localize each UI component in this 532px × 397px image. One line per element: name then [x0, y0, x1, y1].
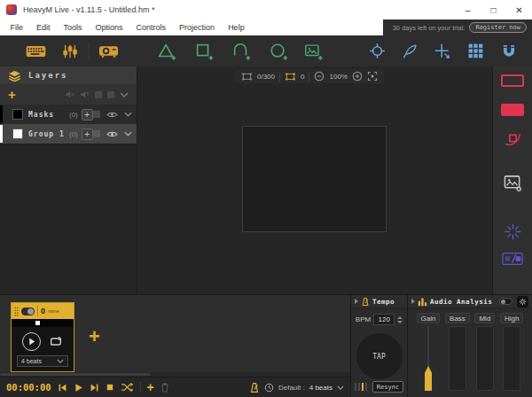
- media-settings-icon[interactable]: [503, 174, 523, 192]
- sequence-active-toggle[interactable]: [21, 307, 35, 315]
- collapse-panel-icon[interactable]: [355, 299, 358, 304]
- faces-frame-icon: [241, 72, 253, 82]
- add-sequence-transport-button[interactable]: +: [147, 381, 154, 393]
- play-icon[interactable]: [74, 383, 83, 393]
- blend-mode-icon[interactable]: [95, 91, 102, 98]
- add-triangle-icon[interactable]: [156, 41, 177, 62]
- stop-icon[interactable]: [106, 383, 114, 392]
- layer-row-masks[interactable]: Masks (0) +: [0, 105, 137, 124]
- keyboard-icon[interactable]: [25, 41, 46, 62]
- visibility-eye-icon[interactable]: [106, 130, 118, 138]
- shape-animation-icon[interactable]: [503, 128, 522, 148]
- menu-file[interactable]: File: [4, 23, 30, 32]
- bpm-increase-icon[interactable]: [397, 316, 403, 319]
- layer-name: Masks: [28, 111, 69, 119]
- layer-color-swatch[interactable]: [12, 128, 23, 139]
- skip-back-icon[interactable]: [58, 383, 67, 393]
- main-toolbar: [0, 35, 532, 66]
- menu-help[interactable]: Help: [222, 23, 252, 32]
- maximize-button[interactable]: □: [481, 0, 506, 19]
- add-to-layer-button[interactable]: +: [82, 128, 93, 140]
- add-media-icon[interactable]: [302, 41, 324, 62]
- expand-layer-chevron-icon[interactable]: [124, 112, 132, 117]
- high-meter-track[interactable]: [503, 326, 520, 391]
- layer-color-swatch[interactable]: [12, 109, 23, 120]
- sequence-duration-value: 4 beats: [21, 358, 42, 364]
- mapping-canvas[interactable]: 0/300 0 100%: [137, 66, 492, 294]
- zoom-in-icon[interactable]: [352, 71, 363, 82]
- chevron-down-icon[interactable]: [337, 385, 344, 390]
- tap-tempo-button[interactable]: TAP: [356, 333, 403, 379]
- trash-icon: [160, 382, 169, 393]
- audio-settings-gear-icon[interactable]: [517, 296, 528, 307]
- minimize-button[interactable]: –: [455, 0, 481, 19]
- visibility-eye-icon[interactable]: [106, 111, 118, 119]
- sequence-card[interactable]: 0 name: [11, 302, 74, 372]
- scrollbar-thumb[interactable]: [0, 373, 151, 376]
- add-square-icon[interactable]: [193, 41, 215, 62]
- audio-analysis-toggle[interactable]: [499, 298, 512, 305]
- add-layer-button[interactable]: +: [8, 88, 16, 101]
- bpm-decrease-icon[interactable]: [397, 321, 403, 323]
- menu-tools[interactable]: Tools: [57, 23, 89, 32]
- opacity-icon[interactable]: [107, 91, 114, 98]
- toolbar-separator: [89, 43, 90, 60]
- gain-fader-handle[interactable]: [425, 366, 432, 391]
- sequences-area: 0 name: [0, 295, 350, 372]
- add-point-icon[interactable]: [432, 41, 453, 62]
- sequence-loop-button[interactable]: [49, 336, 63, 347]
- output-target-icon[interactable]: [366, 41, 387, 62]
- timecode-display: 00:00:00: [6, 382, 51, 393]
- fill-tool-icon[interactable]: [501, 104, 524, 116]
- grid-icon[interactable]: [465, 41, 486, 62]
- bass-meter-track[interactable]: [449, 326, 466, 391]
- freehand-draw-icon[interactable]: [399, 41, 420, 62]
- close-button[interactable]: ✕: [506, 0, 532, 19]
- channel-label: Bass: [445, 313, 470, 323]
- sequence-play-button[interactable]: [22, 332, 41, 351]
- layer-row-group-1[interactable]: Group 1 (0) +: [0, 124, 137, 144]
- transition-icon[interactable]: [502, 252, 523, 266]
- outline-tool-icon[interactable]: [501, 74, 524, 87]
- menu-projection[interactable]: Projection: [173, 23, 222, 32]
- add-circle-icon[interactable]: [268, 41, 289, 62]
- register-now-button[interactable]: Register now: [469, 22, 527, 33]
- add-arch-icon[interactable]: [231, 41, 252, 62]
- default-duration-value[interactable]: 4 beats: [309, 384, 332, 392]
- layers-panel-title: Layers: [28, 71, 68, 80]
- faders-icon[interactable]: [59, 41, 81, 62]
- expand-layer-chevron-icon[interactable]: [124, 131, 132, 136]
- zoom-out-icon[interactable]: [314, 71, 325, 82]
- sequence-progress-strip[interactable]: [12, 319, 74, 327]
- resync-button[interactable]: Resync: [372, 381, 403, 393]
- sequence-name[interactable]: name: [48, 308, 59, 314]
- collapse-panel-icon[interactable]: [411, 299, 415, 304]
- trial-strip: 30 days left on your trial. Register now: [383, 19, 532, 35]
- menu-edit[interactable]: Edit: [30, 23, 58, 32]
- fit-view-icon[interactable]: [367, 71, 378, 82]
- channel-label: High: [500, 313, 523, 323]
- tempo-panel: Tempo BPM 120 TAP Resync: [350, 295, 407, 397]
- bpm-input[interactable]: 120: [373, 314, 395, 325]
- drag-handle-icon[interactable]: [14, 306, 19, 317]
- layer-fx-icon[interactable]: [93, 130, 100, 137]
- collapse-all-chevron-icon[interactable]: [120, 92, 129, 97]
- gain-fader-track[interactable]: [419, 326, 437, 391]
- tempo-title: Tempo: [372, 298, 395, 306]
- menu-options[interactable]: Options: [89, 23, 129, 32]
- add-to-layer-button[interactable]: +: [82, 109, 93, 121]
- shuffle-icon[interactable]: [121, 382, 134, 393]
- menu-controls[interactable]: Controls: [129, 23, 173, 32]
- sequences-scrollbar[interactable]: [0, 372, 350, 377]
- skip-forward-icon[interactable]: [90, 383, 99, 393]
- layer-fx-icon[interactable]: [93, 111, 100, 118]
- mute-all-icon[interactable]: [65, 90, 74, 99]
- magnet-icon[interactable]: [498, 41, 520, 62]
- projector-icon[interactable]: [98, 41, 119, 62]
- effects-icon[interactable]: [504, 222, 522, 241]
- mid-meter-track[interactable]: [476, 326, 494, 391]
- sequence-duration-dropdown[interactable]: 4 beats: [17, 355, 68, 367]
- solo-all-icon[interactable]: [80, 90, 90, 99]
- add-sequence-button[interactable]: +: [89, 327, 100, 346]
- sequence-header[interactable]: 0 name: [12, 303, 74, 319]
